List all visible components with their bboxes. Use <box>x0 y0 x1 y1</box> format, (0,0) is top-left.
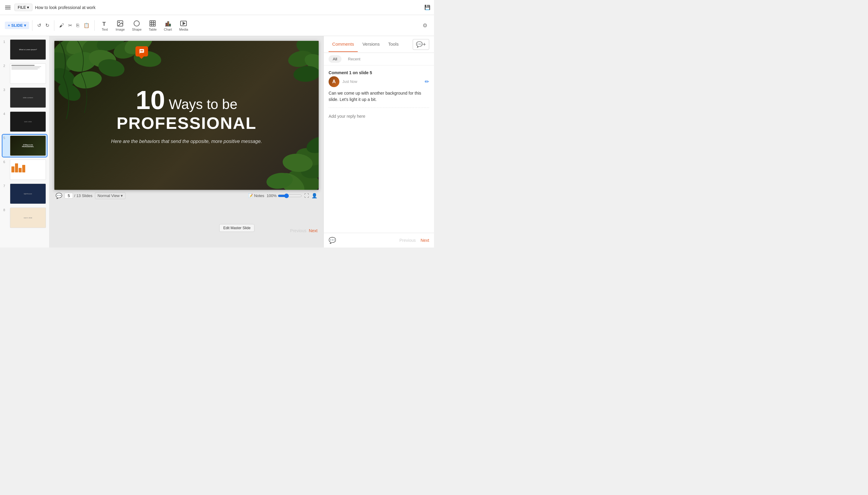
slide-num-1: 1 <box>3 39 8 44</box>
edit-master-button[interactable]: Edit Master Slide <box>219 224 255 232</box>
shape-tool-label: Shape <box>132 28 141 31</box>
file-dropdown-icon: ▾ <box>27 5 29 10</box>
slide-counter: / 13 Slides <box>65 193 92 199</box>
number-10: 10 <box>136 85 165 115</box>
versions-tab[interactable]: Versions <box>359 37 384 52</box>
file-label: FILE <box>18 5 26 10</box>
slide-preview-3: slide content <box>10 87 46 108</box>
history-section: ↺ ↻ <box>35 21 51 30</box>
panel-chat-button[interactable]: 💬 <box>329 237 336 244</box>
apps-icon[interactable] <box>4 3 12 12</box>
shape-tool[interactable]: Shape <box>128 18 145 33</box>
reply-input[interactable] <box>329 113 429 120</box>
slide-thumb-8[interactable]: 8 warm slide <box>2 207 47 229</box>
redo-button[interactable]: ↻ <box>44 21 51 30</box>
paste-button[interactable]: 📋 <box>82 21 91 30</box>
comments-tab[interactable]: Comments <box>329 37 358 52</box>
view-dropdown-icon: ▾ <box>121 193 123 198</box>
copy-button[interactable]: ⎘ <box>74 21 81 30</box>
slide-thumb-6[interactable]: 6 <box>2 158 47 181</box>
zoom-slider[interactable] <box>278 193 302 198</box>
image-tool[interactable]: Image <box>112 18 128 33</box>
view-selector-button[interactable]: Normal View ▾ <box>95 192 125 199</box>
notes-button[interactable]: 📝 Notes <box>248 193 264 198</box>
media-tool[interactable]: Media <box>175 18 192 33</box>
svg-rect-12 <box>169 24 171 26</box>
main-toolbar: + SLIDE ▾ ↺ ↻ 🖌 ✂ ⎘ 📋 T Text Image Shape <box>0 15 434 36</box>
settings-button[interactable]: ⚙ <box>421 20 429 31</box>
scissors-button[interactable]: ✂ <box>66 21 74 30</box>
comment-timestamp: Just Now <box>342 80 425 84</box>
comment-body: Can we come up with another background f… <box>329 90 429 103</box>
next-button[interactable]: Next <box>309 228 317 233</box>
slide-canvas[interactable]: 10 Ways to be PROFESSIONAL Here are the … <box>54 41 319 190</box>
comment-section: Comment 1 on slide 5 A Just Now ✏ Can we… <box>324 66 434 233</box>
slide-num-8: 8 <box>3 207 8 212</box>
edit-comment-button[interactable]: ✏ <box>425 79 429 85</box>
panel-bottom: 💬 Previous Next <box>324 233 434 248</box>
slide-navigation: Previous Next <box>290 228 317 233</box>
slide-thumb-5[interactable]: 5 10 Ways to bePROFESSIONAL <box>2 135 47 157</box>
view-label: Normal View <box>98 193 120 198</box>
svg-point-3 <box>134 21 139 26</box>
filter-recent-button[interactable]: Recent <box>344 55 365 63</box>
slide-number-input[interactable] <box>65 193 73 199</box>
svg-point-2 <box>119 22 120 23</box>
slide-preview-6 <box>10 159 46 180</box>
file-menu-button[interactable]: FILE ▾ <box>14 4 32 11</box>
panel-next-button[interactable]: Next <box>420 238 429 243</box>
slide-thumb-1[interactable]: 1 What is Lorem ipsum? <box>2 38 47 61</box>
save-icon[interactable]: 💾 <box>424 4 430 10</box>
slide-preview-2 <box>10 63 46 84</box>
fullscreen-button[interactable]: 👤 <box>311 193 317 199</box>
notes-icon: 📝 <box>248 193 253 198</box>
right-panel: Comments Versions Tools 💬+ All Recent Co… <box>324 36 434 248</box>
chart-tool-label: Chart <box>164 28 172 31</box>
zoom-control: 100% <box>267 193 302 198</box>
toolbar-divider-3 <box>94 20 94 31</box>
add-slide-button[interactable]: + SLIDE ▾ <box>5 22 29 29</box>
toolbar-divider-2 <box>54 20 54 31</box>
text-tool-label: Text <box>102 28 108 31</box>
svg-text:T: T <box>102 21 106 27</box>
fit-screen-button[interactable]: ⛶ <box>304 193 309 199</box>
add-comment-action: 💬+ <box>413 39 429 50</box>
slide-preview-1: What is Lorem ipsum? <box>10 39 46 60</box>
subtitle-text: Here are the behaviors that send the opp… <box>81 139 292 144</box>
top-bar: FILE ▾ How to look professional at work … <box>0 0 434 15</box>
text-tool[interactable]: T Text <box>98 18 112 33</box>
panel-previous-button[interactable]: Previous <box>399 238 416 243</box>
bottom-right: 📝 Notes 100% ⛶ 👤 <box>248 193 317 199</box>
format-section: 🖌 ✂ ⎘ 📋 <box>57 21 91 30</box>
slide-num-5: 5 <box>3 135 8 140</box>
slide-thumb-3[interactable]: 3 slide content <box>2 86 47 109</box>
slide-preview-5: 10 Ways to bePROFESSIONAL <box>10 135 46 156</box>
paint-format-button[interactable]: 🖌 <box>57 21 66 30</box>
comment-user-time: Just Now <box>342 80 425 84</box>
comment-meta: A Just Now ✏ <box>329 76 429 87</box>
comment-header: Comment 1 on slide 5 <box>329 70 429 75</box>
comment-bubble[interactable] <box>136 46 148 56</box>
table-tool[interactable]: Table <box>145 18 160 33</box>
plus-icon: + <box>8 23 10 28</box>
tools-tab[interactable]: Tools <box>384 37 402 52</box>
filter-all-button[interactable]: All <box>329 55 341 63</box>
document-title: How to look professional at work <box>35 5 422 10</box>
chat-button[interactable]: 💬 <box>55 192 62 199</box>
slide-num-3: 3 <box>3 87 8 91</box>
total-slides-label: / 13 Slides <box>74 193 92 198</box>
add-comment-icon: 💬+ <box>416 41 426 48</box>
undo-button[interactable]: ↺ <box>35 21 43 30</box>
comment-divider <box>329 107 429 108</box>
slide-thumb-2[interactable]: 2 <box>2 63 47 85</box>
media-tool-label: Media <box>179 28 188 31</box>
slide-thumb-4[interactable]: 4 dark slide <box>2 110 47 133</box>
slide-main-content: 10 Ways to be PROFESSIONAL Here are the … <box>81 87 292 144</box>
ways-text: Ways to be <box>169 97 237 112</box>
slide-thumb-7[interactable]: 7 lighthouse <box>2 183 47 205</box>
add-comment-button[interactable]: 💬+ <box>413 39 429 50</box>
svg-point-39 <box>293 65 319 83</box>
previous-button[interactable]: Previous <box>290 228 306 233</box>
slide-preview-7: lighthouse <box>10 184 46 204</box>
chart-tool[interactable]: Chart <box>160 18 176 33</box>
